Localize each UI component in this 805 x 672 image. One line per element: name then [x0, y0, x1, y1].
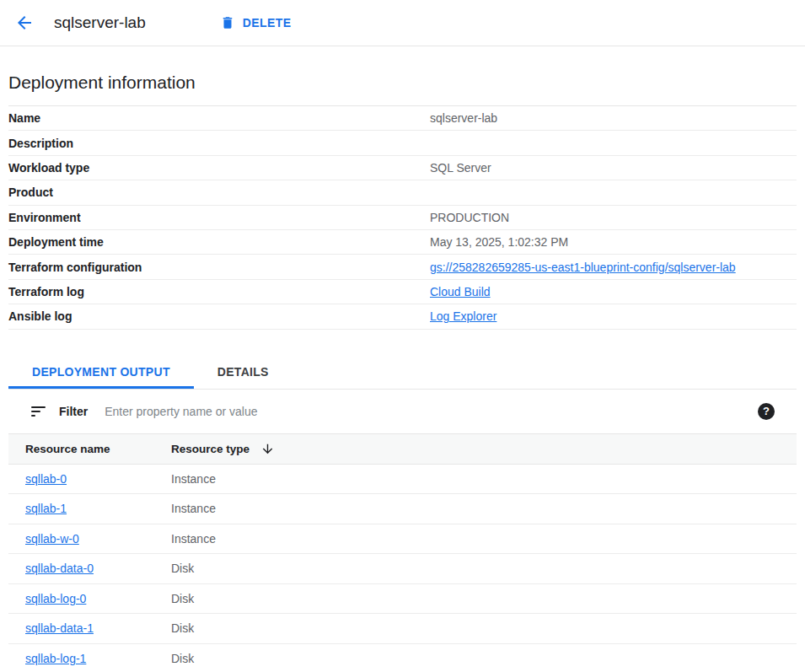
tabbar: DEPLOYMENT OUTPUT DETAILS	[8, 356, 797, 390]
page-title: sqlserver-lab	[54, 13, 146, 32]
topbar: sqlserver-lab DELETE	[0, 0, 805, 46]
delete-button[interactable]: DELETE	[220, 15, 292, 30]
info-row-description: Description	[8, 131, 797, 155]
table-row: sqllab-1 Instance	[8, 494, 797, 524]
resource-type: Disk	[171, 652, 194, 665]
resource-type: Instance	[171, 472, 216, 486]
info-label: Environment	[8, 211, 430, 224]
info-label: Terraform log	[8, 285, 430, 298]
trash-icon	[220, 15, 235, 30]
terraform-configuration-link[interactable]: gs://258282659285-us-east1-blueprint-con…	[430, 261, 736, 274]
table-row: sqllab-w-0 Instance	[8, 524, 797, 555]
filter-input[interactable]	[103, 404, 758, 419]
column-header-resource-name[interactable]: Resource name	[8, 443, 171, 455]
resource-link[interactable]: sqllab-w-0	[25, 532, 79, 546]
resource-type: Instance	[171, 532, 216, 546]
resource-link[interactable]: sqllab-0	[25, 472, 67, 486]
resource-link[interactable]: sqllab-log-1	[25, 652, 86, 665]
info-row-name: Name sqlserver-lab	[8, 106, 797, 131]
ansible-log-link[interactable]: Log Explorer	[430, 309, 496, 323]
column-header-resource-type[interactable]: Resource type	[171, 443, 250, 455]
tab-details[interactable]: DETAILS	[194, 356, 292, 389]
info-value: sqlserver-lab	[430, 111, 497, 125]
table-header-row: Resource name Resource type	[8, 434, 797, 465]
info-label: Ansible log	[8, 309, 430, 323]
deployment-info-section: Deployment information	[8, 46, 797, 106]
table-row: sqllab-data-0 Disk	[8, 554, 797, 584]
resource-type: Disk	[171, 562, 194, 575]
info-row-terraform-configuration: Terraform configuration gs://25828265928…	[8, 255, 797, 279]
back-arrow-icon[interactable]	[13, 12, 35, 34]
info-label: Product	[8, 185, 430, 199]
resource-type: Disk	[171, 592, 194, 605]
info-label: Name	[8, 111, 430, 125]
filter-label: Filter	[59, 405, 88, 418]
info-label: Description	[8, 137, 430, 150]
filter-icon[interactable]	[31, 406, 46, 417]
info-row-environment: Environment PRODUCTION	[8, 206, 797, 230]
section-heading: Deployment information	[8, 73, 797, 105]
table-row: sqllab-log-1 Disk	[8, 644, 797, 672]
info-row-deployment-time: Deployment time May 13, 2025, 1:02:32 PM	[8, 230, 797, 255]
info-value: PRODUCTION	[430, 211, 509, 224]
info-label: Workload type	[8, 161, 430, 175]
filter-bar: Filter ?	[8, 390, 797, 433]
terraform-log-link[interactable]: Cloud Build	[430, 285, 491, 298]
info-row-ansible-log: Ansible log Log Explorer	[8, 304, 797, 329]
sort-descending-icon[interactable]	[260, 442, 275, 456]
info-row-workload-type: Workload type SQL Server	[8, 156, 797, 180]
resource-link[interactable]: sqllab-1	[25, 502, 67, 515]
info-row-product: Product	[8, 180, 797, 205]
info-value: SQL Server	[430, 161, 491, 175]
resource-link[interactable]: sqllab-data-1	[25, 621, 94, 635]
resource-link[interactable]: sqllab-data-0	[25, 562, 94, 575]
info-label: Deployment time	[8, 235, 430, 249]
resource-link[interactable]: sqllab-log-0	[25, 592, 86, 605]
info-row-terraform-log: Terraform log Cloud Build	[8, 280, 797, 304]
table-row: sqllab-log-0 Disk	[8, 584, 797, 615]
resource-type: Disk	[171, 621, 194, 635]
help-icon[interactable]: ?	[758, 403, 775, 420]
delete-button-label: DELETE	[243, 16, 292, 30]
resource-type: Instance	[171, 502, 216, 515]
info-value: May 13, 2025, 1:02:32 PM	[430, 235, 568, 249]
tab-deployment-output[interactable]: DEPLOYMENT OUTPUT	[8, 356, 194, 389]
table-row: sqllab-0 Instance	[8, 465, 797, 495]
info-label: Terraform configuration	[8, 261, 430, 274]
table-row: sqllab-data-1 Disk	[8, 614, 797, 644]
resources-table: Resource name Resource type sqllab-0 Ins…	[8, 433, 797, 672]
